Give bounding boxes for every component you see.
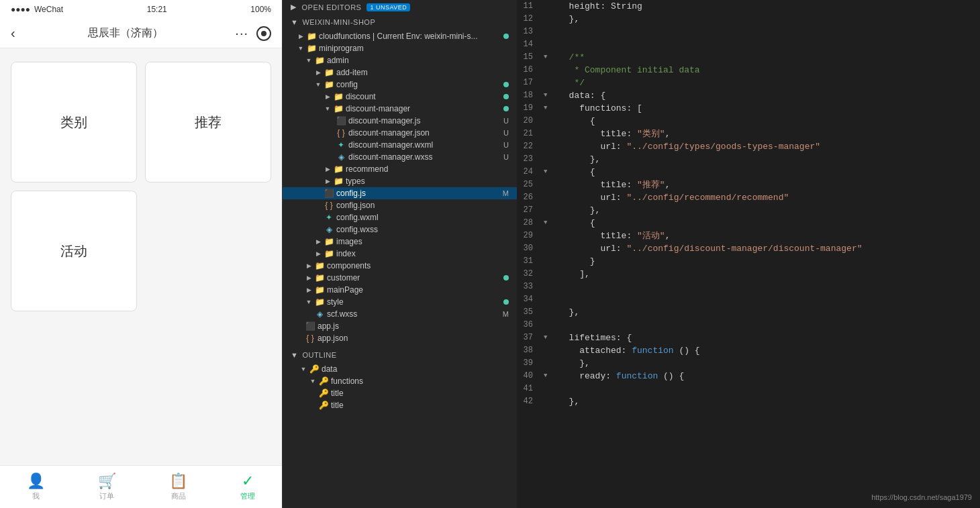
record-button[interactable] bbox=[256, 26, 271, 41]
fold-arrow bbox=[544, 293, 553, 306]
bottom-nav-manage[interactable]: ✓ 管理 bbox=[240, 472, 255, 501]
tree-item-discount[interactable]: ▶ 📁 discount bbox=[283, 91, 517, 103]
fold-arrow: ▼ bbox=[544, 51, 553, 64]
arrow-icon: ▼ bbox=[291, 18, 298, 26]
line-number: 31 bbox=[517, 255, 544, 268]
menu-card-recommend[interactable]: 推荐 bbox=[145, 62, 271, 183]
js-icon: ⬛ bbox=[335, 116, 347, 125]
file-label: discount-manager.js bbox=[348, 116, 503, 125]
outline-functions[interactable]: ▼ 🔑 functions bbox=[283, 375, 517, 387]
outline-header[interactable]: ▼ OUTLINE bbox=[283, 347, 517, 363]
code-token: }, bbox=[558, 358, 590, 368]
menu-card-activity[interactable]: 活动 bbox=[11, 191, 137, 311]
fold-arrow bbox=[544, 153, 553, 166]
fold-arrow bbox=[544, 230, 553, 242]
code-token: url: bbox=[558, 193, 626, 203]
tree-item-app-js[interactable]: ⬛ app.js bbox=[283, 320, 517, 332]
empty-dot bbox=[503, 46, 509, 51]
tree-item-add-item[interactable]: ▶ 📁 add-item bbox=[283, 66, 517, 79]
tree-item-config-js[interactable]: ⬛ config.js M bbox=[283, 187, 517, 199]
line-number: 11 bbox=[517, 0, 544, 13]
code-token: "../config/types/goods-types-manager" bbox=[626, 142, 820, 152]
tree-item-mainpage[interactable]: ▶ 📁 mainPage bbox=[283, 284, 517, 296]
code-token: function bbox=[616, 371, 658, 381]
tree-item-discount-manager[interactable]: ▼ 📁 discount-manager bbox=[283, 103, 517, 115]
line-number: 17 bbox=[517, 77, 544, 89]
fold-arrow: ▼ bbox=[544, 332, 553, 344]
code-token: * Component initial data bbox=[558, 65, 700, 75]
open-editors-label: OPEN EDITORS bbox=[302, 3, 362, 11]
tree-item-miniprogram[interactable]: ▼ 📁 miniprogram bbox=[283, 42, 517, 54]
tree-item-recommend[interactable]: ▶ 📁 recommend bbox=[283, 163, 517, 175]
tree-item-images[interactable]: ▶ 📁 images bbox=[283, 236, 517, 248]
code-token: attached: bbox=[558, 346, 632, 356]
tree-item-config-wxml[interactable]: ✦ config.wxml bbox=[283, 211, 517, 223]
tree-item-dm-js[interactable]: ⬛ discount-manager.js U bbox=[283, 115, 517, 127]
bottom-nav-goods[interactable]: 📋 商品 bbox=[169, 472, 187, 501]
activity-label: 活动 bbox=[60, 242, 87, 260]
arrow-icon: ▶ bbox=[296, 33, 305, 40]
phone-bottom-nav: 👤 我 🛒 订单 📋 商品 ✓ 管理 bbox=[0, 465, 282, 508]
file-label: config.json bbox=[336, 201, 517, 210]
code-line: 12 }, bbox=[517, 13, 980, 26]
tree-item-components[interactable]: ▶ 📁 components bbox=[283, 260, 517, 272]
back-button[interactable]: ‹ bbox=[11, 26, 15, 41]
goods-label: 商品 bbox=[171, 491, 186, 501]
fold-arrow: ▼ bbox=[544, 102, 553, 115]
phone-content: 类别 推荐 活动 bbox=[0, 48, 282, 465]
code-token: functions: [ bbox=[558, 103, 642, 113]
tree-item-app-json[interactable]: { } app.json bbox=[283, 332, 517, 344]
line-number: 32 bbox=[517, 268, 544, 281]
fold-arrow bbox=[544, 191, 553, 204]
fold-arrow bbox=[544, 0, 553, 13]
wxss-icon: ◈ bbox=[323, 225, 335, 234]
tree-item-config-wxss[interactable]: ◈ config.wxss bbox=[283, 223, 517, 236]
line-number: 19 bbox=[517, 102, 544, 115]
open-editors-header[interactable]: ▶ OPEN EDITORS 1 UNSAVED bbox=[283, 0, 517, 14]
tree-item-admin[interactable]: ▼ 📁 admin bbox=[283, 54, 517, 66]
line-content: { bbox=[553, 217, 980, 230]
tree-item-config-json[interactable]: { } config.json bbox=[283, 199, 517, 211]
tree-item-dm-wxss[interactable]: ◈ discount-manager.wxss U bbox=[283, 151, 517, 163]
tree-item-index[interactable]: ▶ 📁 index bbox=[283, 248, 517, 260]
tree-item-scf-wxss[interactable]: ◈ scf.wxss M bbox=[283, 308, 517, 320]
wxml-icon: ✦ bbox=[323, 213, 335, 222]
fold-arrow bbox=[544, 115, 553, 128]
arrow-icon: ▼ bbox=[291, 351, 298, 359]
line-number: 20 bbox=[517, 115, 544, 128]
file-badge: M bbox=[503, 310, 517, 318]
tree-item-config-folder[interactable]: ▼ 📁 config bbox=[283, 79, 517, 91]
file-label: discount-manager.wxss bbox=[348, 152, 503, 162]
arrow-icon: ▼ bbox=[304, 299, 313, 305]
outline-title-1[interactable]: 🔑 title bbox=[283, 387, 517, 399]
line-content: url: "../config/types/goods-types-manage… bbox=[553, 140, 980, 153]
outline-data[interactable]: ▼ 🔑 data bbox=[283, 363, 517, 375]
outline-title-2[interactable]: 🔑 title bbox=[283, 399, 517, 411]
line-number: 36 bbox=[517, 319, 544, 332]
folder-icon: 📁 bbox=[305, 32, 317, 41]
code-token: /** bbox=[558, 52, 585, 62]
tree-item-customer[interactable]: ▶ 📁 customer bbox=[283, 272, 517, 284]
code-line: 21 title: "类别", bbox=[517, 128, 980, 140]
line-number: 29 bbox=[517, 230, 544, 242]
line-content: } bbox=[553, 255, 980, 268]
tree-item-dm-json[interactable]: { } discount-manager.json U bbox=[283, 127, 517, 139]
tree-item-style[interactable]: ▼ 📁 style bbox=[283, 296, 517, 308]
code-token: "类别" bbox=[637, 129, 665, 139]
line-number: 26 bbox=[517, 191, 544, 204]
tree-item-dm-wxml[interactable]: ✦ discount-manager.wxml U bbox=[283, 139, 517, 151]
line-number: 40 bbox=[517, 370, 544, 383]
json-icon: { } bbox=[304, 334, 316, 343]
bottom-nav-order[interactable]: 🛒 订单 bbox=[98, 472, 116, 501]
more-button[interactable]: ··· bbox=[235, 26, 248, 41]
me-label: 我 bbox=[32, 491, 40, 501]
line-content: }, bbox=[553, 13, 980, 26]
root-folder-header[interactable]: ▼ WEIXIN-MINI-SHOP bbox=[283, 14, 517, 30]
menu-card-category[interactable]: 类别 bbox=[11, 62, 137, 183]
tree-item-cloudfunctions[interactable]: ▶ 📁 cloudfunctions | Current Env: weixin… bbox=[283, 30, 517, 42]
file-badge: U bbox=[503, 129, 517, 137]
bottom-nav-me[interactable]: 👤 我 bbox=[27, 472, 45, 501]
code-line: 39 }, bbox=[517, 357, 980, 370]
code-panel: 11 height: String12 },131415▼ /**16 * Co… bbox=[517, 0, 980, 508]
tree-item-types[interactable]: ▶ 📁 types bbox=[283, 175, 517, 187]
